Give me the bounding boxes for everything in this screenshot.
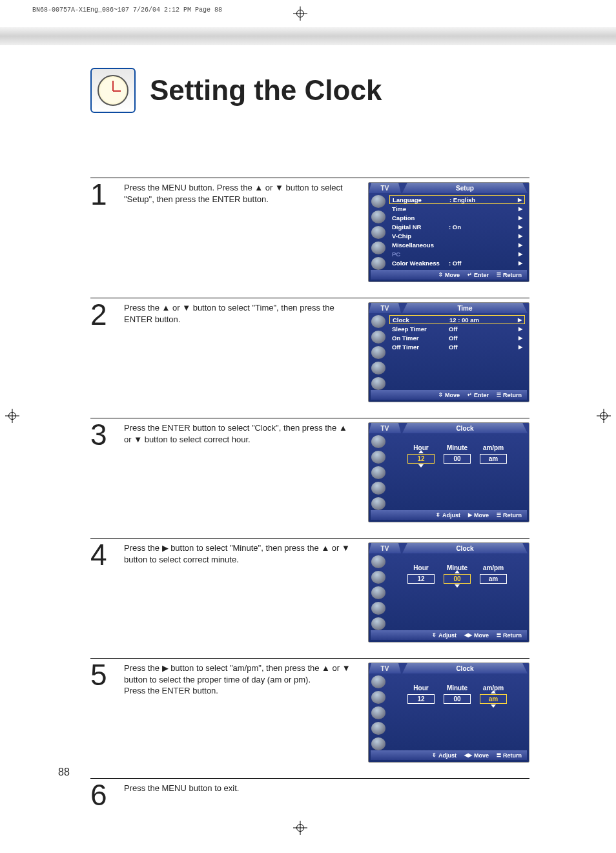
osd-row-caption[interactable]: Caption▶ bbox=[389, 213, 525, 222]
osd-time: TV Time Clock12 : 00 am▶ Sleep TimerOff▶… bbox=[368, 302, 529, 402]
return-icon: ☰ bbox=[497, 392, 501, 398]
osd-sidebar-icons bbox=[369, 433, 388, 510]
osd-footer: ⇳Adjust ◀▶Move ☰Return bbox=[371, 630, 527, 640]
osd-clock-minute: TV Clock Hour Minute am/pm bbox=[368, 542, 529, 642]
step-number: 6 bbox=[90, 783, 112, 817]
leftright-icon: ◀▶ bbox=[464, 632, 472, 638]
osd-row-offtimer[interactable]: Off TimerOff▶ bbox=[389, 342, 525, 351]
step-4: 4 Press the ▶ button to select "Minute",… bbox=[90, 538, 529, 646]
osd-tv-label: TV bbox=[369, 423, 401, 433]
osd-sidebar-icons bbox=[369, 553, 388, 630]
osd-row-sleeptimer[interactable]: Sleep TimerOff▶ bbox=[389, 324, 525, 333]
step-text: Press the ▶ button to select "Minute", t… bbox=[124, 542, 356, 646]
osd-row-ontimer[interactable]: On TimerOff▶ bbox=[389, 333, 525, 342]
osd-setup: TV Setup Language: English▶ Time▶ Captio… bbox=[368, 182, 529, 282]
osd-title: Time bbox=[402, 303, 528, 313]
step-1: 1 Press the MENU button. Press the ▲ or … bbox=[90, 178, 529, 286]
step-number: 1 bbox=[90, 182, 112, 286]
enter-icon: ↵ bbox=[467, 272, 472, 278]
step-number: 5 bbox=[90, 663, 112, 766]
osd-clock-ampm: TV Clock Hour Minute am/pm bbox=[368, 663, 529, 763]
osd-footer: ⇳Move ↵Enter ☰Return bbox=[371, 390, 527, 400]
meta-header: BN68-00757A-X1Eng_086~107 7/26/04 2:12 P… bbox=[32, 6, 222, 14]
osd-tv-label: TV bbox=[369, 303, 401, 313]
crop-mark-top bbox=[293, 6, 307, 21]
osd-row-colorweakness[interactable]: Color Weakness: Off▶ bbox=[389, 258, 525, 267]
return-icon: ☰ bbox=[497, 752, 501, 758]
osd-tv-label: TV bbox=[369, 183, 401, 193]
value-ampm[interactable]: am bbox=[480, 454, 507, 464]
label-ampm: am/pm bbox=[480, 564, 507, 571]
updown-icon: ⇳ bbox=[432, 632, 436, 638]
enter-icon: ↵ bbox=[467, 392, 472, 398]
osd-row-language[interactable]: Language: English▶ bbox=[389, 195, 525, 204]
crop-mark-right bbox=[597, 409, 611, 423]
osd-row-misc[interactable]: Miscellaneous▶ bbox=[389, 240, 525, 249]
osd-footer: ⇳Move ↵Enter ☰Return bbox=[371, 270, 527, 280]
value-hour[interactable]: 12 bbox=[407, 574, 435, 584]
steps-list: 1 Press the MENU button. Press the ▲ or … bbox=[90, 178, 529, 817]
label-minute: Minute bbox=[444, 684, 471, 692]
step-text: Press the ▶ button to select "am/pm", th… bbox=[124, 663, 356, 766]
step-number: 4 bbox=[90, 542, 112, 646]
osd-title: Clock bbox=[402, 663, 528, 673]
value-hour[interactable]: 12 bbox=[407, 454, 435, 464]
label-ampm: am/pm bbox=[480, 444, 507, 451]
osd-row-clock[interactable]: Clock12 : 00 am▶ bbox=[389, 315, 525, 324]
updown-icon: ⇳ bbox=[432, 752, 436, 758]
updown-icon: ⇳ bbox=[436, 512, 440, 518]
osd-row-time[interactable]: Time▶ bbox=[389, 204, 525, 213]
step-number: 2 bbox=[90, 302, 112, 406]
clock-icon bbox=[90, 68, 136, 113]
osd-footer: ⇳Adjust ◀▶Move ☰Return bbox=[371, 750, 527, 760]
osd-footer: ⇳Adjust ▶Move ☰Return bbox=[371, 510, 527, 520]
header-gradient bbox=[0, 27, 616, 45]
step-number: 3 bbox=[90, 422, 112, 526]
value-minute[interactable]: 00 bbox=[444, 454, 471, 464]
value-hour[interactable]: 12 bbox=[407, 694, 435, 704]
step-text: Press the ▲ or ▼ button to select "Time"… bbox=[124, 302, 356, 406]
osd-clock-hour: TV Clock Hour Minute am/pm bbox=[368, 422, 529, 522]
step-text: Press the MENU button. Press the ▲ or ▼ … bbox=[124, 182, 356, 286]
value-minute[interactable]: 00 bbox=[444, 574, 471, 584]
leftright-icon: ◀▶ bbox=[464, 752, 472, 758]
page-number: 88 bbox=[58, 766, 70, 778]
osd-sidebar-icons bbox=[369, 673, 388, 750]
right-icon: ▶ bbox=[468, 512, 472, 518]
step-2: 2 Press the ▲ or ▼ button to select "Tim… bbox=[90, 298, 529, 406]
osd-title: Clock bbox=[402, 543, 528, 553]
page-title: Setting the Clock bbox=[150, 74, 382, 107]
crop-mark-left bbox=[5, 409, 19, 423]
osd-tv-label: TV bbox=[369, 543, 401, 553]
step-3: 3 Press the ENTER button to select "Cloc… bbox=[90, 418, 529, 526]
osd-sidebar-icons bbox=[369, 193, 388, 270]
value-ampm[interactable]: am bbox=[480, 694, 507, 704]
return-icon: ☰ bbox=[497, 272, 501, 278]
step-5: 5 Press the ▶ button to select "am/pm", … bbox=[90, 658, 529, 766]
osd-row-digitalnr[interactable]: Digital NR: On▶ bbox=[389, 222, 525, 231]
step-text: Press the MENU button to exit. bbox=[124, 783, 356, 817]
label-hour: Hour bbox=[407, 684, 435, 692]
updown-icon: ⇳ bbox=[438, 272, 443, 278]
value-minute[interactable]: 00 bbox=[444, 694, 471, 704]
return-icon: ☰ bbox=[497, 512, 501, 518]
osd-row-pc: PC▶ bbox=[389, 249, 525, 258]
step-6: 6 Press the MENU button to exit. bbox=[90, 778, 529, 817]
value-ampm[interactable]: am bbox=[480, 574, 507, 584]
label-minute: Minute bbox=[444, 444, 471, 451]
osd-sidebar-icons bbox=[369, 313, 388, 390]
step-text: Press the ENTER button to select "Clock"… bbox=[124, 422, 356, 526]
osd-title: Clock bbox=[402, 423, 528, 433]
osd-tv-label: TV bbox=[369, 663, 401, 673]
return-icon: ☰ bbox=[497, 632, 501, 638]
label-hour: Hour bbox=[407, 564, 435, 571]
osd-title: Setup bbox=[402, 183, 528, 193]
updown-icon: ⇳ bbox=[438, 392, 443, 398]
osd-row-vchip[interactable]: V-Chip▶ bbox=[389, 231, 525, 240]
